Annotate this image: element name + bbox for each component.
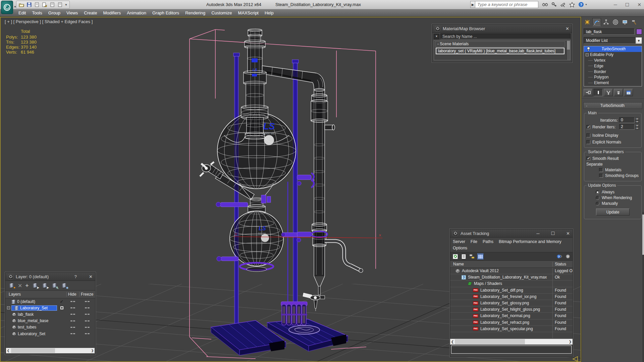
minimize-button[interactable]: ─ <box>614 2 617 7</box>
layer-row-lab-flask[interactable]: lab_flask <box>5 311 95 317</box>
set-current-layer-icon[interactable]: ➤ <box>41 283 48 288</box>
scroll-left-icon[interactable]: ❮ <box>450 340 455 344</box>
layer-horizontal-scrollbar[interactable]: ❮ ❯ <box>6 348 95 353</box>
search-go-icon[interactable]: ▶ <box>470 1 475 8</box>
stack-item-turbosmooth[interactable]: TurboSmooth <box>584 46 642 52</box>
stack-item-vertex[interactable]: Vertex <box>584 58 642 63</box>
tab-hierarchy[interactable] <box>602 18 610 26</box>
object-name-field[interactable]: lab_flask <box>584 28 635 35</box>
application-menu-button[interactable] <box>1 1 13 14</box>
asset-row-steam-distillation-laboratory-kit-vray-max[interactable]: 3 Steam_Distillation_Laboratory_Kit_vray… <box>450 274 573 281</box>
radio-icon[interactable] <box>596 190 599 194</box>
menu-animation[interactable]: Animation <box>124 9 149 16</box>
open-file-icon[interactable] <box>18 2 24 8</box>
table-view-icon[interactable] <box>477 253 483 259</box>
update-option-when-rendering[interactable]: When Rendering <box>596 195 639 200</box>
explicit-normals-checkbox[interactable] <box>586 140 590 144</box>
select-layer-object-icon[interactable]: ➤ <box>32 283 38 288</box>
hierarchy-view-icon[interactable] <box>469 253 475 259</box>
turbosmooth-rollout-header[interactable]: - TurboSmooth <box>583 102 642 109</box>
layer-row-laboratory-set[interactable]: −Laboratory_Set <box>5 305 95 311</box>
menu-create[interactable]: Create <box>81 9 100 16</box>
user-help-icon[interactable]: ? <box>565 253 571 259</box>
layer-row-0-default[interactable]: 0 (default)✓ <box>5 298 95 305</box>
menu-edit[interactable]: Edit <box>15 9 29 16</box>
update-option-always[interactable]: Always <box>596 190 639 194</box>
search-icon[interactable] <box>542 2 548 7</box>
hold-document-icon[interactable] <box>49 2 55 8</box>
layer-dialog-titlebar[interactable]: Layer: 0 (default) ? ✕ <box>5 273 95 281</box>
menu-rendering[interactable]: Rendering <box>182 9 208 16</box>
create-layer-icon[interactable]: ● <box>8 283 15 288</box>
material-search-input[interactable]: Search by Name ... <box>440 34 571 39</box>
asset-row-laboratory-set-glossy-png[interactable]: PNG Laboratory_Set_glossy.png Found <box>450 300 573 306</box>
fetch-document-icon[interactable] <box>42 2 47 8</box>
chevron-down-icon[interactable]: ▼ <box>636 37 642 44</box>
material-list-scrollbar[interactable] <box>567 41 570 60</box>
menu-help[interactable]: Help <box>262 9 277 16</box>
menu-modifiers[interactable]: Modifiers <box>100 9 124 16</box>
sync-help-icon[interactable]: ? <box>556 253 562 259</box>
asset-row-laboratory-set-normal-png[interactable]: PNG Laboratory_Set_normal.png Found <box>450 313 573 319</box>
close-icon[interactable]: ✕ <box>89 274 93 279</box>
collapse-icon[interactable]: - <box>586 104 587 108</box>
new-document-icon[interactable] <box>34 2 40 8</box>
tab-modify[interactable] <box>592 18 601 26</box>
menu-maxscript[interactable]: MAXScript <box>235 9 262 16</box>
asset-row-laboratory-set-diff-png[interactable]: PNG Laboratory_Set_diff.png Found <box>450 287 573 294</box>
smooth-result-checkbox[interactable] <box>586 157 590 161</box>
asset-tracking-titlebar[interactable]: Asset Tracking ─ ☐ ✕ <box>450 229 573 238</box>
stack-item-editable-poly[interactable]: −Editable Poly <box>584 52 642 58</box>
qat-dropdown-icon[interactable]: ▼ <box>65 3 67 6</box>
render-iters-spinner[interactable]: ▲▼ <box>635 124 639 130</box>
scroll-left-icon[interactable]: ❮ <box>6 349 10 352</box>
collapse-icon[interactable]: − <box>586 53 589 56</box>
close-button[interactable]: ✕ <box>637 2 641 7</box>
asset-table-header[interactable]: Name Status <box>450 261 573 268</box>
tab-utilities[interactable] <box>630 18 639 26</box>
stack-item-element[interactable]: Element <box>584 80 642 86</box>
asset-menu-paths[interactable]: Paths <box>483 239 493 244</box>
save-file-icon[interactable] <box>26 2 32 8</box>
remove-modifier-icon[interactable] <box>614 89 623 96</box>
duplicate-document-icon[interactable] <box>57 2 63 8</box>
scroll-right-icon[interactable]: ❯ <box>568 340 573 344</box>
browser-options-icon[interactable]: ▼ <box>434 34 439 39</box>
smoothing-groups-checkbox[interactable] <box>599 174 603 178</box>
asset-status-field[interactable] <box>451 346 572 354</box>
refresh-icon[interactable] <box>452 253 458 259</box>
configure-modifier-sets-icon[interactable] <box>624 89 633 96</box>
menu-views[interactable]: Views <box>63 9 81 16</box>
asset-menu-options[interactable]: Options <box>453 246 467 250</box>
make-unique-icon[interactable] <box>604 89 613 96</box>
tab-display[interactable] <box>621 18 629 26</box>
stack-item-polygon[interactable]: Polygon <box>584 74 642 80</box>
update-option-manually[interactable]: Manually <box>596 201 639 206</box>
pin-stack-icon[interactable] <box>584 89 593 96</box>
layer-properties-icon[interactable]: ✱ <box>61 283 67 288</box>
layer-table-header[interactable]: Layers Hide Freeze <box>5 291 95 298</box>
minimize-icon[interactable]: ─ <box>536 231 539 236</box>
radio-icon[interactable] <box>596 196 599 200</box>
render-iters-checkbox[interactable] <box>586 125 590 129</box>
isoline-display-checkbox[interactable] <box>586 133 590 137</box>
close-icon[interactable]: ✕ <box>566 231 570 236</box>
modifier-list-dropdown[interactable]: Modifier List <box>584 37 636 44</box>
asset-menu-file[interactable]: File <box>471 239 477 244</box>
asset-row-maps-shaders[interactable]: Maps / Shaders <box>450 281 573 287</box>
asset-row-laboratory-set-fresnel-ior-png[interactable]: PNG Laboratory_Set_fresnel_ior.png Found <box>450 294 573 300</box>
render-iters-field[interactable]: 2 <box>619 124 635 130</box>
materials-checkbox[interactable] <box>599 168 603 172</box>
help-icon[interactable]: ? <box>74 274 77 279</box>
show-end-result-icon[interactable] <box>594 89 603 96</box>
delete-layer-icon[interactable]: ✕ <box>18 283 22 289</box>
help-icon[interactable]: ? ▼ <box>578 2 587 7</box>
menu-graph-editors[interactable]: Graph Editors <box>149 9 182 16</box>
tab-create[interactable] <box>583 18 592 26</box>
tab-motion[interactable] <box>611 18 620 26</box>
iterations-field[interactable]: 0 <box>619 117 635 123</box>
stack-item-edge[interactable]: Edge <box>584 63 642 69</box>
asset-menu-bitmap-performance-and-memory[interactable]: Bitmap Performance and Memory <box>499 239 561 244</box>
menu-group[interactable]: Group <box>45 9 63 16</box>
communication-icon[interactable] <box>560 2 566 7</box>
